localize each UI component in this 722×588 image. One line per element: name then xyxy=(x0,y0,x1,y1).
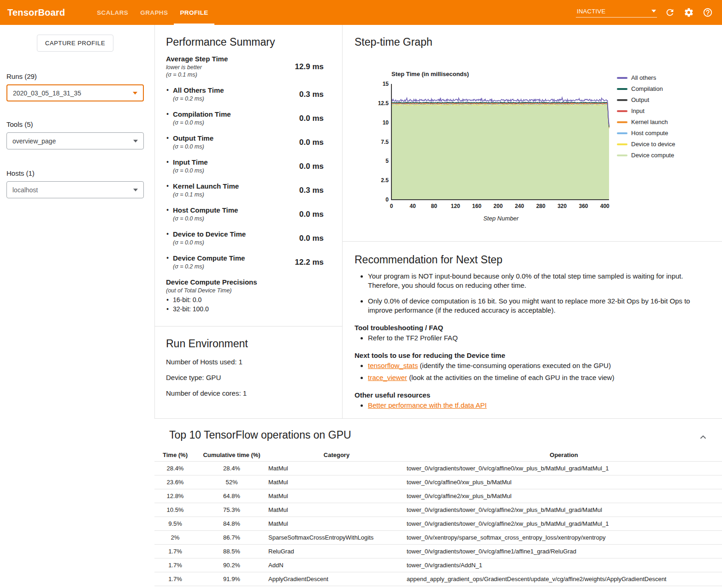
overview-top: Performance Summary Average Step Time lo… xyxy=(154,25,722,418)
metric-value: 0.0 ms xyxy=(299,138,324,147)
nav-tabs: SCALARS GRAPHS PROFILE xyxy=(91,0,214,25)
col-header-time: Time (%) xyxy=(154,449,196,462)
divider xyxy=(155,326,342,327)
svg-text:200: 200 xyxy=(493,203,503,209)
col-header-operation: Operation xyxy=(406,449,722,462)
col-header-cumulative: Cumulative time (%) xyxy=(196,449,267,462)
metric-value: 0.3 ms xyxy=(299,186,324,195)
metric-host-compute-time: Host Compute Time (σ = 0.0 ms) 0.0 ms xyxy=(166,206,324,222)
faq-list: Refer to the TF2 Profiler FAQ xyxy=(355,333,700,343)
legend-swatch xyxy=(617,99,627,101)
capture-profile-button[interactable]: CAPTURE PROFILE xyxy=(37,35,113,52)
legend-swatch xyxy=(617,132,627,134)
recommendation-panel: Recommendation for Next Step Your progra… xyxy=(355,254,704,410)
trace-viewer-link[interactable]: trace_viewer xyxy=(368,374,407,381)
hosts-dropdown-value: localhost xyxy=(12,186,38,194)
metric-note: lower is better xyxy=(166,64,228,71)
precisions-list: 16-bit: 0.0 32-bit: 100.0 xyxy=(166,296,324,314)
run-environment-panel: Run Environment Number of Hosts used: 1 … xyxy=(166,338,324,397)
svg-text:400: 400 xyxy=(600,203,610,209)
metric-label: Device Compute Time xyxy=(173,254,245,263)
tool-item-description: (look at the activities on the timeline … xyxy=(407,374,614,381)
tab-graphs[interactable]: GRAPHS xyxy=(134,0,174,25)
faq-heading: Tool troubleshooting / FAQ xyxy=(355,324,700,332)
metric-label: Kernel Launch Time xyxy=(173,182,239,191)
metric-label: Device to Device Time xyxy=(173,230,246,239)
chevron-up-icon xyxy=(698,432,708,442)
legend-swatch xyxy=(617,77,627,79)
settings-button[interactable] xyxy=(683,6,695,18)
tensorboard-app: TensorBoard SCALARS GRAPHS PROFILE INACT… xyxy=(0,0,722,588)
metric-device-to-device-time: Device to Device Time (σ = 0.0 ms) 0.0 m… xyxy=(166,230,324,246)
tool-item: trace_viewer (look at the activities on … xyxy=(368,373,700,382)
metric-label: All Others Time xyxy=(173,86,224,95)
legend-item: Output xyxy=(617,96,675,103)
tensorflow-stats-link[interactable]: tensorflow_stats xyxy=(368,362,418,369)
table-row: 28.4%28.4%MatMultower_0/v/gradients/towe… xyxy=(154,462,722,475)
svg-text:12.5: 12.5 xyxy=(378,100,389,107)
legend-item: Host compute xyxy=(617,130,675,137)
metric-sigma: (σ = 0.0 ms) xyxy=(173,167,208,174)
hosts-dropdown[interactable]: localhost xyxy=(6,181,144,198)
metric-all-others-time: All Others Time (σ = 0.2 ms) 0.3 ms xyxy=(166,86,324,102)
next-tools-list: tensorflow_stats (identify the time-cons… xyxy=(355,361,700,382)
metric-output-time: Output Time (σ = 0.0 ms) 0.0 ms xyxy=(166,134,324,150)
metric-value: 0.0 ms xyxy=(299,234,324,243)
table-header-row: Time (%) Cumulative time (%) Category Op… xyxy=(154,449,722,462)
top-ops-panel: Top 10 TensorFlow operations on GPU Time… xyxy=(154,418,722,588)
legend-item: Input xyxy=(617,107,675,114)
help-button[interactable] xyxy=(702,6,714,18)
metric-sigma: (σ = 0.2 ms) xyxy=(173,95,224,102)
refresh-button[interactable] xyxy=(664,6,676,18)
tab-scalars[interactable]: SCALARS xyxy=(91,0,134,25)
chart-legend: All others Compilation Output Input Kern… xyxy=(617,74,675,163)
runs-label: Runs (29) xyxy=(6,72,144,80)
recommendation-title: Recommendation for Next Step xyxy=(355,254,700,266)
metrics-list: Average Step Time lower is better (σ = 0… xyxy=(166,55,324,270)
table-row: 9.5%84.8%MatMultower_0/v/gradients/tower… xyxy=(154,517,722,531)
table-row: 10.5%75.3%MatMultower_0/v/gradients/towe… xyxy=(154,503,722,517)
tools-dropdown[interactable]: overview_page xyxy=(6,132,144,149)
col-header-category: Category xyxy=(267,449,406,462)
chart-x-axis-label: Step Number xyxy=(378,215,610,222)
tool-item: tensorflow_stats (identify the time-cons… xyxy=(368,361,700,370)
metric-input-time: Input Time (σ = 0.0 ms) 0.0 ms xyxy=(166,158,324,174)
top-ops-table: Time (%) Cumulative time (%) Category Op… xyxy=(154,449,722,586)
tfdata-performance-link[interactable]: Better performance with the tf.data API xyxy=(368,401,487,409)
legend-swatch xyxy=(617,88,627,90)
svg-text:10: 10 xyxy=(383,119,389,126)
reload-status-dropdown[interactable]: INACTIVE xyxy=(576,8,657,18)
legend-item: Device compute xyxy=(617,152,675,159)
recommendation-precision: Only 0.0% of device computation is 16 bi… xyxy=(368,297,700,315)
precisions-title: Device Compute Precisions xyxy=(166,278,324,287)
top-bar: TensorBoard SCALARS GRAPHS PROFILE INACT… xyxy=(0,0,722,25)
step-time-graph-title: Step-time Graph xyxy=(355,36,704,48)
collapse-section-button[interactable] xyxy=(697,432,709,444)
device-compute-precisions: Device Compute Precisions (out of Total … xyxy=(166,278,324,314)
tools-dropdown-value: overview_page xyxy=(12,137,56,145)
step-time-chart-block: Step Time (in milliseconds) 02.557.51012… xyxy=(378,71,704,222)
metric-value: 12.2 ms xyxy=(295,258,324,267)
tab-profile[interactable]: PROFILE xyxy=(174,0,214,25)
svg-text:320: 320 xyxy=(557,203,567,209)
metric-average-step-time: Average Step Time lower is better (σ = 0… xyxy=(166,55,324,78)
top-ops-title: Top 10 TensorFlow operations on GPU xyxy=(169,429,722,441)
main-content: Performance Summary Average Step Time lo… xyxy=(154,25,722,588)
performance-summary-title: Performance Summary xyxy=(166,36,324,48)
step-time-chart: 02.557.51012.515040801201602002402803203… xyxy=(378,81,610,211)
reload-status-value: INACTIVE xyxy=(577,8,605,15)
precision-32bit: 32-bit: 100.0 xyxy=(166,305,324,314)
run-environment-title: Run Environment xyxy=(166,338,324,350)
svg-text:80: 80 xyxy=(431,203,438,209)
metric-sigma: (σ = 0.1 ms) xyxy=(173,191,239,198)
table-row: 12.8%64.8%MatMultower_0/v/cg/affine2/xw_… xyxy=(154,489,722,503)
step-time-panel: Step-time Graph Step Time (in millisecon… xyxy=(343,25,722,418)
runs-dropdown[interactable]: 2020_03_05_18_31_35 xyxy=(6,84,144,101)
legend-item: Compilation xyxy=(617,85,675,92)
performance-summary-panel: Performance Summary Average Step Time lo… xyxy=(154,25,343,418)
legend-item: Device to device xyxy=(617,141,675,148)
tool-item-description: (identify the time-consuming operations … xyxy=(418,362,611,369)
metric-value: 0.3 ms xyxy=(299,90,324,99)
legend-swatch xyxy=(617,110,627,112)
chart-title: Step Time (in milliseconds) xyxy=(391,71,610,77)
